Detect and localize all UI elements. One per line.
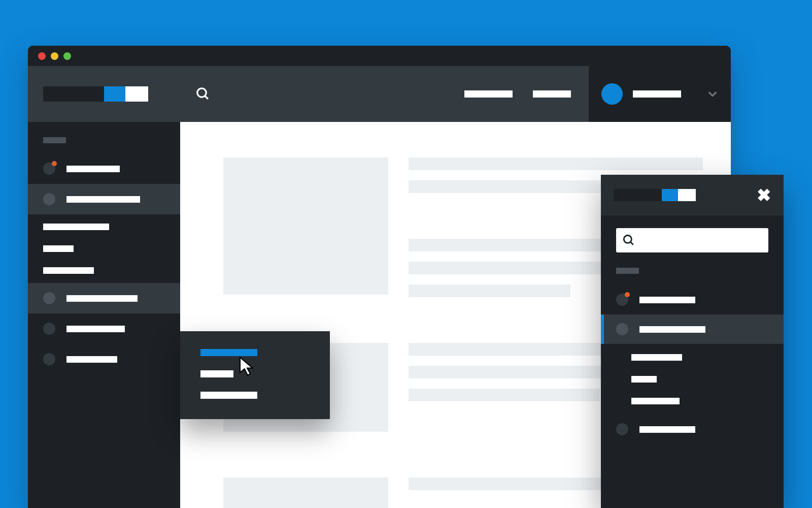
sidebar-item-2-label <box>66 196 140 203</box>
avatar-icon <box>601 83 623 105</box>
popup-item-2-icon <box>616 323 628 335</box>
minimize-window-icon[interactable] <box>51 52 58 60</box>
sidebar-item-3[interactable] <box>28 283 180 313</box>
sidebar-sub-2b[interactable] <box>43 245 74 252</box>
flyout-item-1[interactable] <box>200 349 257 356</box>
sidebar-item-1[interactable] <box>28 153 180 184</box>
sidebar-item-5-icon <box>43 353 55 365</box>
sidebar-item-4-label <box>66 326 125 332</box>
popup-item-3[interactable] <box>601 415 784 444</box>
card-placeholder <box>223 478 388 508</box>
sidebar-item-5-label <box>66 356 117 363</box>
popup-nav-list <box>616 285 768 444</box>
popup-header: ✖ <box>601 175 784 215</box>
svg-line-1 <box>205 96 208 99</box>
flyout-item-3[interactable] <box>200 392 257 399</box>
user-menu[interactable] <box>589 66 731 122</box>
sidebar-section-heading <box>43 137 66 143</box>
logo-area[interactable] <box>28 66 180 122</box>
user-name <box>633 90 681 98</box>
popup-item-1-label <box>639 297 695 303</box>
nav-item-1[interactable] <box>464 90 513 98</box>
popup-item-1[interactable] <box>601 285 784 314</box>
search-area[interactable] <box>180 66 464 122</box>
sidebar-item-5[interactable] <box>28 344 180 374</box>
svg-point-0 <box>197 88 207 98</box>
svg-point-2 <box>624 235 631 243</box>
popup-item-3-icon <box>616 423 628 435</box>
sidebar-item-2-submenu <box>28 214 180 283</box>
sidebar-item-3-label <box>66 295 138 302</box>
chevron-down-icon <box>707 88 718 100</box>
sidebar-item-3-icon <box>43 292 55 304</box>
sidebar-item-2-icon <box>43 193 55 205</box>
popup-sub-2b[interactable] <box>631 376 657 383</box>
popup-panel: ✖ <box>601 175 784 508</box>
sidebar-item-4-icon <box>43 323 55 335</box>
flyout-item-2[interactable] <box>200 370 233 377</box>
search-icon <box>195 86 211 102</box>
image-placeholder <box>223 157 388 295</box>
sidebar-item-4[interactable] <box>28 313 180 344</box>
header-nav <box>464 66 589 122</box>
close-icon[interactable]: ✖ <box>757 185 771 205</box>
title-bar <box>28 46 731 66</box>
popup-item-2-submenu <box>616 344 768 415</box>
svg-line-3 <box>630 242 633 244</box>
nav-item-2[interactable] <box>533 90 571 98</box>
header-bar <box>28 66 731 122</box>
sidebar-item-1-icon <box>43 163 55 175</box>
logo-icon <box>43 86 148 102</box>
zoom-window-icon[interactable] <box>63 52 71 60</box>
popup-item-2[interactable] <box>601 314 784 344</box>
popup-sub-2c[interactable] <box>631 398 680 404</box>
sidebar <box>28 122 180 508</box>
popup-item-2-label <box>639 326 705 333</box>
text-line <box>409 180 623 193</box>
sidebar-sub-2a[interactable] <box>43 224 109 230</box>
close-window-icon[interactable] <box>38 52 46 60</box>
flyout-menu <box>180 331 330 419</box>
popup-sub-2a[interactable] <box>631 354 682 361</box>
popup-section-heading <box>616 268 639 274</box>
text-line <box>409 284 570 297</box>
popup-item-1-icon <box>616 294 628 306</box>
sidebar-sub-2c[interactable] <box>43 267 94 274</box>
text-line <box>409 389 600 401</box>
sidebar-item-1-label <box>66 166 120 172</box>
popup-item-3-label <box>639 426 695 433</box>
popup-logo-icon <box>614 189 696 201</box>
popup-search-input[interactable] <box>616 228 768 252</box>
search-icon <box>622 234 635 247</box>
sidebar-item-2[interactable] <box>28 184 180 214</box>
text-line <box>409 157 703 170</box>
